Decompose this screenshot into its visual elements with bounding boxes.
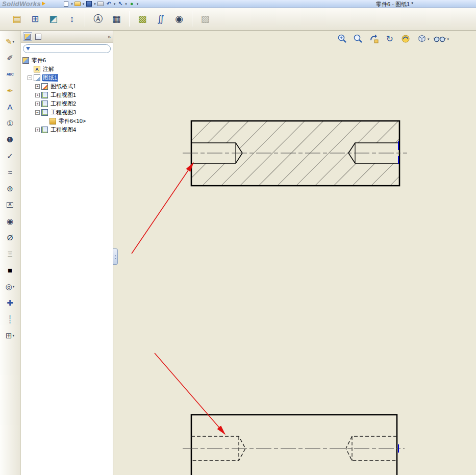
tree-item-part-instance[interactable]: 零件6<10> [21,117,113,126]
tree-item-drawing-view3[interactable]: − 工程视图3 [21,108,113,117]
tree-item-label: 工程视图1 [49,91,77,99]
save-icon[interactable] [86,1,92,7]
note-pencil-icon[interactable]: ✐ [3,52,18,64]
geometric-tolerance-icon[interactable]: ⊕ [3,183,18,194]
print-icon[interactable] [97,1,104,7]
leader-arrows[interactable] [132,163,225,434]
tree-item-root[interactable]: 零件6 [21,56,113,65]
dowel-caret-icon[interactable]: ▾ [13,285,15,288]
previous-view-icon[interactable] [368,33,380,45]
dowel-pin-symbol-icon[interactable]: ◎▾ [3,281,18,292]
view-orientation-icon[interactable]: ▾ [415,33,430,45]
new-caret-icon[interactable]: ▾ [71,2,73,6]
note-icon[interactable]: A [3,101,18,113]
open-folder-glyph [74,2,81,6]
surface-finish-icon[interactable]: ✓ [3,150,18,162]
tree-expander-empty [28,67,32,71]
feature-manager-tab[interactable] [23,32,32,41]
panel-splitter-handle[interactable]: ⋮ [113,248,118,265]
drawing-view-section[interactable] [183,121,407,186]
hide-show-items-icon[interactable]: ▾ [433,33,449,45]
drawing-canvas[interactable]: ⋮ ↻ ▾ [113,31,476,475]
tree-item-drawing-view1[interactable]: + 工程视图1 [21,91,113,99]
undo-caret-icon[interactable]: ▾ [114,2,116,6]
filter-funnel-icon [26,47,30,51]
zoom-in-icon[interactable] [336,33,348,45]
panel-overflow-chevron[interactable]: » [108,34,111,40]
datum-glyph: A [7,202,13,208]
toolbar-separator [192,11,192,27]
tree-item-annotations[interactable]: A 注解 [21,65,113,73]
table-caret-icon[interactable]: ▾ [13,334,15,337]
part-icon [49,118,56,124]
tree-item-sheet1[interactable]: − 图纸1 [21,73,113,82]
smart-dimension-icon[interactable]: ✎▾ [3,36,18,47]
tree-item-sheet-format1[interactable]: + 图纸格式1 [21,82,113,91]
weld-symbol-icon[interactable]: ≈ [3,166,18,178]
drawing-view-icon [41,127,48,133]
datum-feature-icon[interactable]: A [3,199,18,211]
sheet-format-icon [41,83,48,90]
datum-target-icon[interactable]: ◉ [3,215,18,227]
model-view-icon[interactable]: ▤ [9,11,24,27]
broken-out-section-icon[interactable]: ▩ [135,11,150,27]
view-orientation-caret-icon[interactable]: ▾ [428,37,430,41]
break-view-icon[interactable]: ∬ [153,11,168,27]
save-caret-icon[interactable]: ▾ [94,2,96,6]
crop-view-icon[interactable]: ◉ [171,11,187,27]
property-manager-tab[interactable] [34,32,43,41]
hide-show-caret-icon[interactable]: ▾ [447,37,449,41]
feature-tree: 零件6 A 注解 − 图纸1 + 图纸格式1 + [21,55,113,134]
options-caret-icon[interactable]: ▾ [137,2,139,6]
leader-arrow-top[interactable] [132,163,193,254]
smart-dimension-caret-icon[interactable]: ▾ [13,40,15,43]
save-disk-glyph [86,1,92,7]
spell-check-icon[interactable]: ABC [3,68,18,80]
format-painter-icon[interactable]: ✒ [3,85,18,96]
select-caret-icon[interactable]: ▾ [125,2,127,6]
cosmetic-thread-icon[interactable]: Ξ [3,248,18,260]
tree-item-label: 图纸格式1 [49,83,77,90]
render-sphere-icon[interactable]: ● [129,1,135,7]
tree-expander[interactable]: + [35,102,40,106]
section-view-icon[interactable]: ↕ [64,11,80,27]
undo-icon[interactable]: ↶ [106,1,112,7]
leader-arrow-bottom[interactable] [155,353,225,434]
table-icon[interactable]: ⊞▾ [3,330,18,341]
auto-balloon-icon[interactable]: ❶ [3,134,18,145]
standard-3view-icon[interactable]: ▦ [109,11,124,27]
toolbar-separator [85,11,85,27]
tree-item-drawing-view2[interactable]: + 工程视图2 [21,99,113,108]
zoom-fit-icon[interactable] [352,33,364,45]
new-document-icon[interactable] [63,1,69,7]
detail-view-icon[interactable]: Ⓐ [90,11,106,27]
balloon-icon[interactable]: ① [3,117,18,129]
alternate-position-view-icon[interactable]: ▨ [197,11,213,27]
tree-item-drawing-view4[interactable]: + 工程视图4 [21,126,113,134]
projected-view-icon[interactable]: ⊞ [28,11,43,27]
tree-expander[interactable]: + [35,84,40,89]
select-cursor-icon[interactable]: ↖ [117,1,123,7]
auxiliary-view-icon[interactable]: ◩ [46,11,61,27]
rotate-view-icon[interactable]: ↻ [384,33,396,45]
filter-input[interactable] [32,45,108,52]
toolbar-separator [129,11,130,27]
tree-expander[interactable]: + [35,128,40,132]
tree-expander[interactable]: − [28,76,32,80]
open-icon[interactable] [74,1,81,7]
drawing-view-icon [41,101,48,107]
drawing-view-icon [41,109,48,116]
area-hatch-icon[interactable]: ■ [3,264,18,276]
center-mark-icon[interactable]: ✚ [3,297,18,309]
tree-expander[interactable]: + [35,93,40,97]
feature-manager-panel: » 零件6 A 注解 − 图纸1 [21,31,113,475]
sheet-icon [34,74,40,81]
open-caret-icon[interactable]: ▾ [83,2,85,6]
centerline-icon[interactable]: ┊ [3,313,18,325]
tree-expander[interactable]: − [35,110,40,115]
hole-callout-icon[interactable]: Ø [3,232,18,243]
dowel-glyph: ◎ [6,282,12,291]
solidworks-logo: SolidWorks [2,0,41,8]
view-settings-icon[interactable] [399,33,412,45]
tree-filter-box[interactable] [23,44,111,53]
